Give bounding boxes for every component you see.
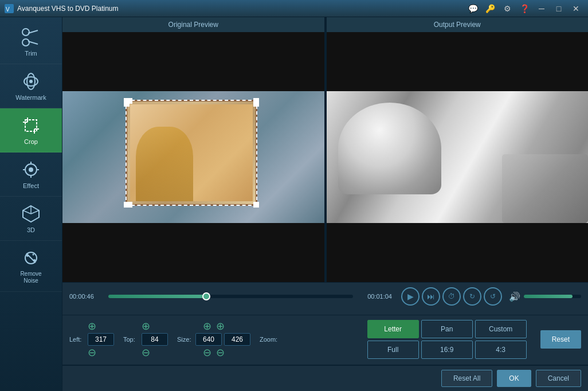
crop-reset-btn[interactable]: Reset [540,330,581,349]
left-field-group: ⊕ Left: ⊖ [69,321,114,358]
skip-btn[interactable]: ⏭ [422,287,440,306]
sidebar-item-crop[interactable]: Crop [0,108,62,153]
sidebar-item-effect[interactable]: Effect [0,153,62,197]
close-btn[interactable]: ✕ [569,3,583,14]
app-title: Avanquest VHS to DVD Platinum [17,5,465,13]
size-field-group: ⊕ ⊕ Size: ⊖ ⊖ [177,321,250,358]
svg-point-8 [29,80,33,83]
rewind-btn[interactable]: ↺ [484,287,502,306]
remove-noise-label: RemoveNoise [20,271,41,284]
volume-bar[interactable] [524,295,581,298]
trim-icon [21,27,41,48]
output-black-bottom [327,223,589,282]
timer-btn[interactable]: ⏱ [442,287,461,306]
timeline-thumb[interactable] [202,292,210,300]
maximize-btn[interactable]: □ [551,3,566,14]
top-field-row: Top: [123,333,168,346]
sidebar-item-3d[interactable]: 3D [0,197,62,241]
size-field-row: Size: [177,333,250,346]
svg-point-28 [33,259,36,261]
output-main-image [327,91,589,223]
volume-control: 🔊 [509,291,581,302]
top-field-group: ⊕ Top: ⊖ [123,321,168,358]
volume-icon: 🔊 [509,291,520,302]
timeline-row: 00:00:46 00:01:04 ▶ ⏭ ⏱ ↻ ↺ 🔊 [69,287,581,306]
preset-pan-btn[interactable]: Pan [421,320,473,338]
3d-label: 3D [27,226,35,233]
left-decrement-btn[interactable]: ⊖ [87,347,97,358]
svg-point-2 [22,29,29,36]
size-w-input[interactable] [195,333,222,346]
left-input[interactable] [88,333,114,346]
size-w-increment-btn[interactable]: ⊕ [202,321,213,331]
watermark-icon [21,71,41,92]
preset-16-9-btn[interactable]: 16:9 [421,341,473,359]
preset-4-3-btn[interactable]: 4:3 [475,341,527,359]
trim-label: Trim [25,50,37,57]
cancel-btn[interactable]: Cancel [536,370,581,387]
bottom-bar: Reset All OK Cancel [62,365,588,391]
top-decrement-btn[interactable]: ⊖ [140,347,151,358]
preset-custom-btn[interactable]: Custom [475,320,527,338]
sidebar-item-watermark[interactable]: Watermark [0,64,62,108]
main-content: Original Preview [62,17,588,391]
original-video-container [62,32,324,282]
svg-point-19 [29,167,33,172]
left-field-row: Left: [69,333,114,346]
window-controls: 💬 🔑 ⚙ ❓ ─ □ ✕ [465,3,583,14]
minimize-btn[interactable]: ─ [534,3,549,14]
size-w-decrement-btn[interactable]: ⊖ [202,347,213,358]
app-icon: V [5,4,14,13]
sidebar-item-trim[interactable]: Trim [0,20,62,64]
total-time: 00:01:04 [358,293,392,300]
sidebar-item-remove-noise[interactable]: RemoveNoise [0,241,62,292]
reset-all-btn[interactable]: Reset All [441,370,492,387]
volume-fill [524,295,573,298]
help-icon-btn[interactable]: ❓ [517,3,532,14]
search-icon-btn[interactable]: 🔑 [483,3,497,14]
top-label: Top: [123,336,139,343]
original-preview-panel: Original Preview [62,17,324,282]
timeline-track[interactable] [108,295,353,298]
effect-label: Effect [23,182,39,189]
ok-btn[interactable]: OK [497,370,531,387]
original-preview-title: Original Preview [62,17,324,32]
zoom-label: Zoom: [260,336,277,343]
svg-point-27 [33,254,34,256]
play-btn[interactable]: ▶ [401,287,420,306]
output-preview-title: Output Preview [327,17,589,32]
svg-line-22 [23,210,31,214]
preset-letter-btn[interactable]: Letter [367,320,419,338]
repeat-btn[interactable]: ↻ [463,287,481,306]
size-h-increment-btn[interactable]: ⊕ [215,321,226,331]
original-black-bottom [62,223,324,282]
chat-icon-btn[interactable]: 💬 [465,3,480,14]
output-preview-panel: Output Preview [327,17,589,282]
preview-area: Original Preview [62,17,588,282]
titlebar: V Avanquest VHS to DVD Platinum 💬 🔑 ⚙ ❓ … [0,0,588,17]
effect-icon [21,159,41,180]
remove-noise-icon [21,248,41,268]
svg-point-3 [22,39,29,46]
controls-bar: 00:00:46 00:01:04 ▶ ⏭ ⏱ ↻ ↺ 🔊 [62,282,588,315]
size-h-decrement-btn[interactable]: ⊖ [215,347,226,358]
original-black-top [62,32,324,91]
left-increment-btn[interactable]: ⊕ [87,321,97,331]
crop-icon [21,115,41,136]
svg-text:V: V [6,6,10,13]
svg-point-26 [26,255,29,257]
size-label: Size: [177,336,193,343]
left-label: Left: [69,336,85,343]
preset-full-btn[interactable]: Full [367,341,419,359]
transport-row: ▶ ⏭ ⏱ ↻ ↺ [401,287,502,306]
svg-line-23 [31,210,39,214]
gear-icon-btn[interactable]: ⚙ [500,3,515,14]
crop-controls: ⊕ Left: ⊖ ⊕ Top: ⊖ ⊕ ⊕ [62,315,588,365]
timeline-progress [108,295,206,298]
original-main-image [62,91,324,223]
watermark-label: Watermark [15,94,46,101]
top-input[interactable] [142,333,168,346]
top-increment-btn[interactable]: ⊕ [140,321,151,331]
sidebar: Trim Watermark C [0,17,62,391]
size-h-input[interactable] [224,333,250,346]
